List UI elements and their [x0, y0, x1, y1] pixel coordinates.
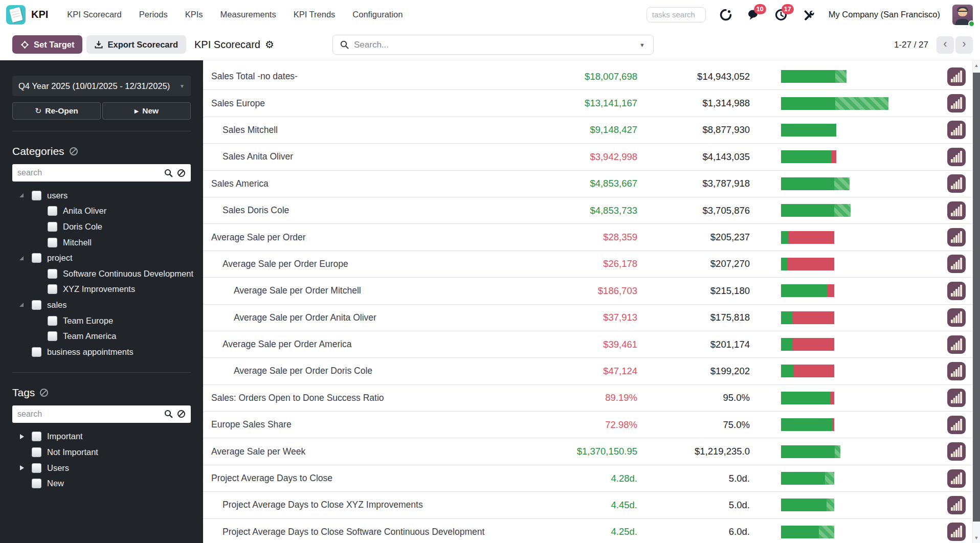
tree-item[interactable]: business appointments [12, 344, 191, 360]
kpi-trend-chart-button[interactable] [947, 362, 966, 380]
tree-item[interactable]: Mitchell [12, 235, 191, 251]
tree-checkbox[interactable] [48, 316, 57, 326]
discuss-icon[interactable] [718, 7, 733, 22]
tree-item[interactable]: XYZ Improvements [12, 282, 191, 298]
tree-checkbox[interactable] [32, 432, 41, 441]
kpi-row[interactable]: Project Average Days to Close Software C… [203, 519, 972, 543]
categories-search-input[interactable] [17, 168, 160, 177]
tree-item[interactable]: Software Continuous Development [12, 266, 191, 282]
search-icon[interactable] [164, 169, 173, 177]
clear-categories-icon[interactable] [69, 147, 78, 156]
tree-checkbox[interactable] [32, 300, 41, 310]
pager-previous-button[interactable]: ‹ [937, 36, 954, 54]
company-switcher[interactable]: My Company (San Francisco) [829, 10, 940, 19]
kpi-trend-chart-button[interactable] [947, 496, 966, 514]
kpi-row[interactable]: Sales Europe $13,141,167 $1,314,988 [203, 90, 972, 117]
set-target-button[interactable]: Set Target [12, 35, 82, 54]
export-scorecard-button[interactable]: Export Scorecard [86, 35, 186, 54]
kpi-row[interactable]: Average Sale per Week $1,370,150.95 $1,2… [203, 438, 972, 465]
tree-toggle-icon[interactable] [19, 434, 25, 439]
main-menu-item[interactable]: KPI Scorecard [67, 10, 121, 19]
scrollbar-thumb[interactable] [973, 73, 980, 522]
kpi-row[interactable]: Sales Doris Cole $4,853,733 $3,705,876 [203, 197, 972, 224]
kpi-trend-chart-button[interactable] [947, 308, 966, 327]
clear-tags-icon[interactable] [39, 388, 49, 397]
user-avatar[interactable] [952, 5, 973, 25]
kpi-row[interactable]: Average Sale per Order Mitchell $186,703… [203, 278, 972, 304]
tree-toggle-icon[interactable] [35, 318, 40, 323]
tree-toggle-icon[interactable] [19, 349, 25, 354]
kpi-trend-chart-button[interactable] [947, 67, 966, 86]
kpi-trend-chart-button[interactable] [947, 121, 966, 139]
search-input[interactable] [354, 40, 637, 50]
kpi-row[interactable]: Sales America $4,853,667 $3,787,918 [203, 171, 972, 197]
view-settings-gear-icon[interactable]: ⚙ [265, 39, 274, 50]
reopen-period-button[interactable]: ↻Re-Open [12, 102, 101, 120]
pager-next-button[interactable]: › [955, 36, 973, 54]
kpi-row[interactable]: Average Sale per Order America $39,461 $… [203, 331, 972, 358]
tree-checkbox[interactable] [32, 447, 41, 457]
main-menu-item[interactable]: Configuration [352, 10, 403, 19]
new-period-button[interactable]: ▶New [102, 102, 191, 120]
tree-toggle-icon[interactable] [19, 449, 25, 455]
kpi-row[interactable]: Project Average Days to Close XYZ Improv… [203, 492, 972, 518]
kpi-trend-chart-button[interactable] [947, 335, 966, 354]
vertical-scrollbar[interactable]: ▲ ▼ [972, 60, 980, 543]
tags-search-input[interactable] [17, 410, 160, 419]
scroll-up-arrow-icon[interactable]: ▲ [973, 63, 980, 68]
tree-item[interactable]: Team Europe [12, 313, 191, 329]
tree-toggle-icon[interactable] [35, 287, 40, 292]
tree-item[interactable]: project [12, 250, 191, 266]
kpi-row[interactable]: Europe Sales Share 72.98% 75.0% [203, 412, 972, 438]
tasks-search-input[interactable] [647, 7, 706, 22]
kpi-trend-chart-button[interactable] [947, 389, 966, 407]
tree-item[interactable]: Anita Oliver [12, 203, 191, 219]
tree-toggle-icon[interactable] [19, 302, 25, 307]
tree-toggle-icon[interactable] [35, 334, 40, 339]
search-icon[interactable] [164, 410, 173, 418]
tree-checkbox[interactable] [32, 253, 41, 263]
tree-checkbox[interactable] [48, 206, 57, 216]
kpi-trend-chart-button[interactable] [947, 282, 966, 300]
tree-item[interactable]: Team America [12, 328, 191, 344]
tree-checkbox[interactable] [32, 191, 41, 200]
tree-toggle-icon[interactable] [35, 240, 40, 245]
kpi-row[interactable]: Average Sale per Order Europe $26,178 $2… [203, 251, 972, 278]
tree-item[interactable]: Users [12, 460, 191, 476]
tree-item[interactable]: users [12, 188, 191, 203]
app-logo-icon[interactable] [6, 5, 26, 25]
main-menu-item[interactable]: KPI Trends [294, 10, 336, 19]
period-selector[interactable]: Q4 Year 2025 (10/01/2025 - 12/31/2025) ▼ [12, 76, 191, 96]
kpi-row[interactable]: Average Sale per Order $28,359 $205,237 [203, 224, 972, 251]
tree-toggle-icon[interactable] [35, 224, 40, 229]
clear-search-icon[interactable] [177, 169, 186, 177]
tree-toggle-icon[interactable] [35, 209, 40, 214]
tree-checkbox[interactable] [32, 347, 41, 357]
kpi-trend-chart-button[interactable] [947, 523, 966, 541]
kpi-row[interactable]: Project Average Days to Close 4.28d. 5.0… [203, 465, 972, 492]
tree-item[interactable]: sales [12, 297, 191, 313]
tree-checkbox[interactable] [48, 284, 57, 294]
activities-clock-icon[interactable]: 17 [773, 7, 789, 22]
search-dropdown-toggle[interactable]: ▼ [637, 39, 647, 51]
kpi-row[interactable]: Average Sale per Order Anita Oliver $37,… [203, 305, 972, 331]
kpi-row[interactable]: Sales Mitchell $9,148,427 $8,877,930 [203, 117, 972, 144]
kpi-trend-chart-button[interactable] [947, 228, 966, 246]
tree-checkbox[interactable] [48, 222, 57, 232]
kpi-trend-chart-button[interactable] [947, 255, 966, 273]
tree-checkbox[interactable] [32, 479, 41, 488]
scroll-down-arrow-icon[interactable]: ▼ [973, 535, 980, 540]
tree-checkbox[interactable] [48, 331, 57, 341]
tree-toggle-icon[interactable] [19, 256, 25, 261]
tree-toggle-icon[interactable] [19, 193, 25, 198]
tools-icon[interactable] [801, 7, 816, 22]
kpi-row[interactable]: Sales Total -no dates- $18,007,698 $14,9… [203, 63, 972, 90]
tree-item[interactable]: New [12, 476, 191, 491]
kpi-trend-chart-button[interactable] [947, 469, 966, 488]
tree-toggle-icon[interactable] [19, 481, 25, 486]
tree-toggle-icon[interactable] [35, 271, 40, 276]
tree-item[interactable]: Not Important [12, 444, 191, 460]
messages-icon[interactable]: 10 [746, 7, 761, 22]
tree-checkbox[interactable] [32, 463, 41, 473]
kpi-trend-chart-button[interactable] [947, 148, 966, 166]
